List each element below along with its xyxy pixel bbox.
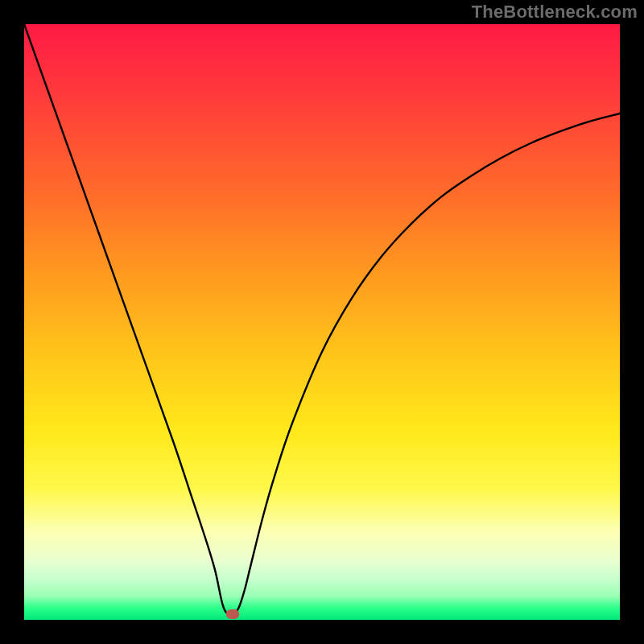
curve-svg (24, 24, 620, 620)
watermark-text: TheBottleneck.com (472, 2, 638, 23)
chart-frame: TheBottleneck.com (0, 0, 644, 644)
bottleneck-curve-path (24, 24, 620, 614)
optimum-marker (226, 609, 239, 619)
plot-area (24, 24, 620, 620)
